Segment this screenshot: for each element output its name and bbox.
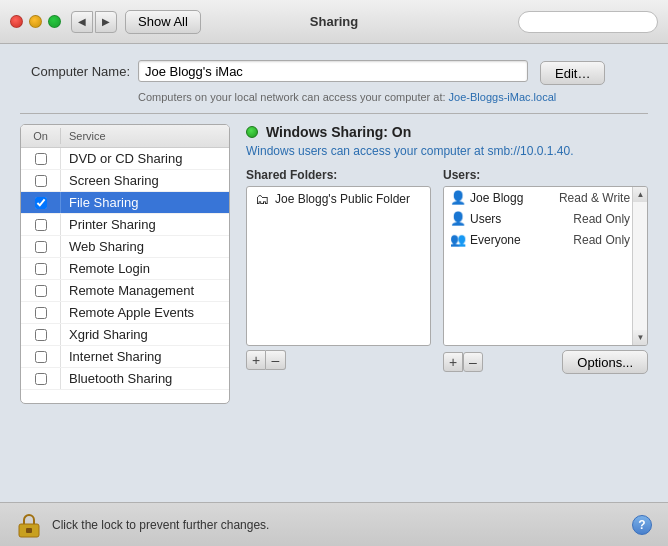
back-arrow[interactable]: ◀ (71, 11, 93, 33)
search-container: 🔍 (518, 11, 658, 33)
computer-name-label: Computer Name: (20, 64, 130, 79)
list-item[interactable]: Printer Sharing (21, 214, 229, 236)
service-name: Web Sharing (61, 236, 229, 257)
users-panel: Users: 👤Joe BloggRead & Write▲▼👤UsersRea… (443, 168, 648, 374)
service-checkbox[interactable] (35, 307, 47, 319)
list-item[interactable]: 👥EveryoneRead Only▲▼ (444, 229, 647, 250)
list-item[interactable]: 👤Joe BloggRead & Write▲▼ (444, 187, 647, 208)
service-checkbox-cell (21, 192, 61, 213)
group-icon: 👥 (450, 232, 466, 247)
computer-name-sub: Computers on your local network can acce… (138, 91, 648, 103)
service-checkbox[interactable] (35, 263, 47, 275)
scroll-down-arrow[interactable]: ▼ (633, 330, 648, 345)
shared-folders-label: Shared Folders: (246, 168, 431, 182)
computer-address-link[interactable]: Joe-Bloggs-iMac.local (449, 91, 557, 103)
list-item[interactable]: Remote Login (21, 258, 229, 280)
users-add-button[interactable]: + (443, 352, 463, 372)
service-checkbox-cell (21, 148, 61, 169)
list-item[interactable]: 👤UsersRead Only▲▼ (444, 208, 647, 229)
computer-name-row: Computer Name: Edit… (20, 60, 648, 85)
service-checkbox[interactable] (35, 285, 47, 297)
two-col: On Service DVD or CD SharingScreen Shari… (20, 124, 648, 404)
service-name: Bluetooth Sharing (61, 368, 229, 389)
user-permission: Read Only (573, 212, 630, 226)
zoom-button[interactable] (48, 15, 61, 28)
service-name: Remote Login (61, 258, 229, 279)
service-checkbox[interactable] (35, 219, 47, 231)
minimize-button[interactable] (29, 15, 42, 28)
options-button[interactable]: Options... (562, 350, 648, 374)
users-add-remove: + – Options... (443, 350, 648, 374)
window-title: Sharing (310, 14, 358, 29)
shared-folders-add-button[interactable]: + (246, 350, 266, 370)
forward-arrow[interactable]: ▶ (95, 11, 117, 33)
list-item[interactable]: 🗂 Joe Blogg's Public Folder (247, 187, 430, 211)
right-panel: Windows Sharing: On Windows users can ac… (246, 124, 648, 404)
computer-name-input[interactable] (138, 60, 528, 82)
service-checkbox[interactable] (35, 197, 47, 209)
users-list: 👤Joe BloggRead & Write▲▼👤UsersRead Only▲… (443, 186, 648, 346)
service-name: Xgrid Sharing (61, 324, 229, 345)
nav-arrows: ◀ ▶ (71, 11, 117, 33)
list-item[interactable]: File Sharing (21, 192, 229, 214)
folder-icon: 🗂 (255, 191, 269, 207)
list-item[interactable]: Web Sharing (21, 236, 229, 258)
service-checkbox[interactable] (35, 175, 47, 187)
list-item[interactable]: Remote Management (21, 280, 229, 302)
user-name: Everyone (470, 233, 573, 247)
service-checkbox[interactable] (35, 329, 47, 341)
service-checkbox-cell (21, 170, 61, 191)
traffic-lights (10, 15, 61, 28)
services-header-service: Service (61, 128, 229, 144)
user-icon: 👤 (450, 211, 466, 226)
users-remove-button[interactable]: – (463, 352, 483, 372)
user-icon: 👤 (450, 190, 466, 205)
status-title: Windows Sharing: On (266, 124, 411, 140)
user-name: Users (470, 212, 573, 226)
bottom-lock-text: Click the lock to prevent further change… (52, 518, 269, 532)
services-list: DVD or CD SharingScreen SharingFile Shar… (21, 148, 229, 390)
lock-icon[interactable] (16, 511, 42, 539)
service-checkbox[interactable] (35, 153, 47, 165)
services-header: On Service (21, 125, 229, 148)
edit-button[interactable]: Edit… (540, 61, 605, 85)
list-item[interactable]: Internet Sharing (21, 346, 229, 368)
services-panel: On Service DVD or CD SharingScreen Shari… (20, 124, 230, 404)
shared-folders-list: 🗂 Joe Blogg's Public Folder (246, 186, 431, 346)
help-button[interactable]: ? (632, 515, 652, 535)
svg-rect-1 (26, 528, 32, 533)
main-content: Computer Name: Edit… Computers on your l… (0, 44, 668, 420)
service-checkbox-cell (21, 302, 61, 323)
service-name: Remote Apple Events (61, 302, 229, 323)
shared-folders-add-remove: + – (246, 350, 431, 370)
scroll-track (633, 202, 647, 330)
search-input[interactable] (518, 11, 658, 33)
scroll-up-arrow[interactable]: ▲ (633, 187, 648, 202)
service-checkbox-cell (21, 258, 61, 279)
service-checkbox[interactable] (35, 241, 47, 253)
status-header: Windows Sharing: On (246, 124, 648, 140)
service-checkbox-cell (21, 280, 61, 301)
shared-folders-panel: Shared Folders: 🗂 Joe Blogg's Public Fol… (246, 168, 431, 374)
service-checkbox-cell (21, 346, 61, 367)
service-checkbox-cell (21, 324, 61, 345)
service-checkbox[interactable] (35, 373, 47, 385)
shared-folders-remove-button[interactable]: – (266, 350, 286, 370)
service-name: DVD or CD Sharing (61, 148, 229, 169)
show-all-button[interactable]: Show All (125, 10, 201, 34)
status-sub: Windows users can access your computer a… (246, 144, 648, 158)
list-item[interactable]: Xgrid Sharing (21, 324, 229, 346)
close-button[interactable] (10, 15, 23, 28)
list-item[interactable]: Bluetooth Sharing (21, 368, 229, 390)
user-permission: Read Only (573, 233, 630, 247)
list-item[interactable]: Screen Sharing (21, 170, 229, 192)
service-name: Screen Sharing (61, 170, 229, 191)
service-checkbox-cell (21, 214, 61, 235)
service-name: Internet Sharing (61, 346, 229, 367)
service-checkbox-cell (21, 236, 61, 257)
service-checkbox[interactable] (35, 351, 47, 363)
list-item[interactable]: Remote Apple Events (21, 302, 229, 324)
list-item[interactable]: DVD or CD Sharing (21, 148, 229, 170)
user-name: Joe Blogg (470, 191, 559, 205)
user-permission: Read & Write (559, 191, 630, 205)
